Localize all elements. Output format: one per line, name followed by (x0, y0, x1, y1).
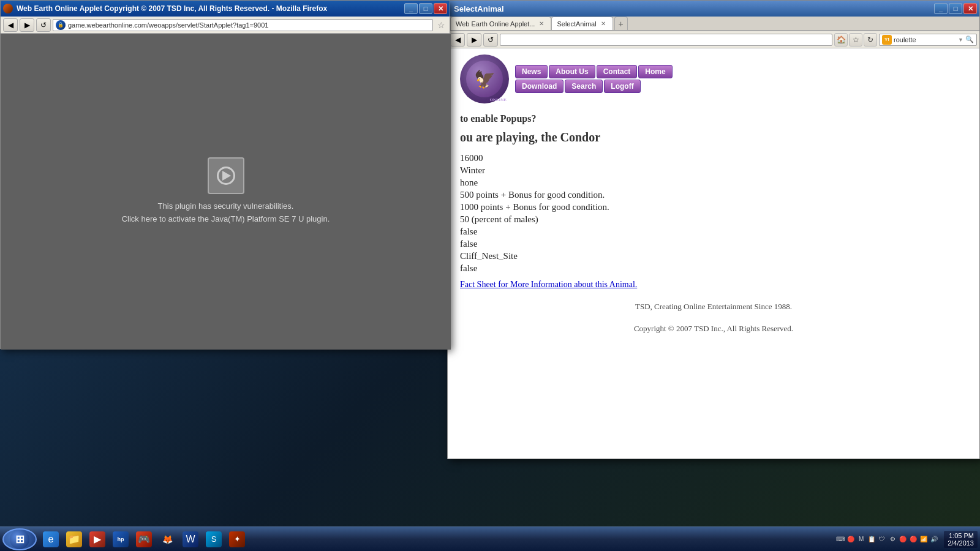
window2-title: SelectAnimal (454, 4, 934, 13)
tray-icon-4[interactable]: 📋 (867, 534, 876, 544)
search-submit-icon: 🔍 (965, 36, 974, 43)
tray-icon-10[interactable]: 🔊 (929, 534, 939, 544)
window1-titlebar: Web Earth Online Applet Copyright © 2007… (1, 1, 450, 17)
window2-maximize[interactable]: □ (949, 3, 962, 14)
footer-line1: TSD, Creating Online Entertainment Since… (460, 302, 967, 312)
back-button-2[interactable]: ◀ (450, 33, 465, 47)
refresh-button-2[interactable]: ↺ (483, 33, 498, 47)
firefox-window-select: SelectAnimal _ □ ✕ Web Earth Online Appl… (447, 0, 980, 459)
games-icon: 🎮 (136, 531, 152, 547)
taskbar-ie[interactable]: e (40, 529, 61, 550)
tray-icon-6[interactable]: ⚙ (888, 534, 897, 544)
play-circle-icon (217, 167, 235, 185)
nav-logoff[interactable]: Logoff (604, 80, 640, 93)
taskbar-flash[interactable]: ✦ (227, 529, 247, 550)
firefox-window-applet: Web Earth Online Applet Copyright © 2007… (0, 0, 450, 349)
tab-select-animal[interactable]: SelectAnimal ✕ (551, 17, 612, 30)
ie-icon: e (43, 531, 59, 547)
nav-about-us[interactable]: About Us (549, 65, 595, 78)
applet-area[interactable]: This plugin has security vulnerabilities… (1, 34, 451, 350)
url-bar-2[interactable] (500, 34, 832, 46)
search-bar[interactable]: Y! roulette ▼ 🔍 (879, 34, 977, 46)
data-row-0: 16000 (460, 153, 967, 163)
taskbar-media[interactable]: ▶ (87, 529, 108, 550)
window2-titlebar: SelectAnimal _ □ ✕ (448, 1, 979, 17)
tray-icon-7[interactable]: 🔴 (898, 534, 908, 544)
tab2-label: SelectAnimal (557, 20, 596, 28)
nav-home[interactable]: Home (638, 65, 672, 78)
tab-applet[interactable]: Web Earth Online Applet... ✕ (450, 17, 551, 30)
tray-icons: ⌨ 🔴 M 📋 🛡 ⚙ 🔴 🔴 📶 🔊 (835, 534, 939, 544)
taskbar-word[interactable]: W (180, 529, 201, 550)
search-engine-icon: Y! (882, 35, 892, 45)
clock-time: 1:05 PM (948, 532, 974, 539)
url-bar-1[interactable]: 🔒 game.webearthonline.com/weoapps/servle… (53, 19, 433, 31)
taskbar: ⊞ e 📁 ▶ hp 🎮 🦊 W (0, 527, 980, 551)
tray-icon-2[interactable]: 🔴 (846, 534, 856, 544)
window1-title: Web Earth Online Applet Copyright © 2007… (17, 4, 404, 13)
firefox-icon-1 (3, 4, 13, 13)
data-row-6: false (460, 227, 967, 237)
media-icon: ▶ (89, 531, 105, 547)
data-row-8: Cliff_Nest_Site (460, 251, 967, 261)
plugin-line1: This plugin has security vulnerabilities… (122, 200, 330, 213)
window1-minimize[interactable]: _ (404, 3, 418, 14)
fact-sheet-link[interactable]: Fact Sheet for More Information about th… (460, 280, 967, 290)
plugin-message[interactable]: This plugin has security vulnerabilities… (122, 200, 330, 226)
url-text-1: game.webearthonline.com/weoapps/servlet/… (68, 21, 268, 29)
tray-icon-1[interactable]: ⌨ (835, 534, 845, 544)
home-button[interactable]: 🏠 (834, 33, 848, 47)
nav-right-icons: 🏠 ☆ ↻ (834, 33, 877, 47)
back-button-1[interactable]: ◀ (3, 18, 18, 32)
system-clock[interactable]: 1:05 PM 2/4/2013 (944, 531, 978, 548)
nav-download[interactable]: Download (515, 80, 564, 93)
window2-close[interactable]: ✕ (963, 3, 977, 14)
tray-icon-9[interactable]: 📶 (919, 534, 929, 544)
clock-date: 2/4/2013 (948, 539, 974, 547)
taskbar-hp[interactable]: hp (110, 529, 131, 550)
tab-bar: Web Earth Online Applet... ✕ SelectAnima… (448, 17, 979, 31)
nav-row1: News About Us Contact Home (515, 65, 673, 78)
window2-minimize[interactable]: _ (934, 3, 948, 14)
taskbar-skype[interactable]: S (203, 529, 224, 550)
bookmark-btn-2[interactable]: ☆ (849, 33, 862, 47)
taskbar-folder[interactable]: 📁 (64, 529, 85, 550)
forward-button-1[interactable]: ▶ (20, 18, 34, 32)
footer-line2: Copyright © 2007 TSD Inc., All Rights Re… (460, 324, 967, 334)
plugin-line2: Click here to activate the Java(TM) Plat… (122, 213, 330, 226)
firefox-icon: 🦊 (159, 531, 175, 547)
data-row-3: 500 points + Bonus for good condition. (460, 190, 967, 200)
flash-icon: ✦ (229, 531, 245, 547)
tab1-close[interactable]: ✕ (537, 20, 546, 28)
tray-icon-3[interactable]: M (856, 534, 866, 544)
site-header: 🦅 ONLINE News About Us Contact Home Down… (460, 54, 967, 103)
data-row-7: false (460, 239, 967, 249)
site-logo-inner: 🦅 (466, 61, 503, 97)
taskbar-right: ⌨ 🔴 M 📋 🛡 ⚙ 🔴 🔴 📶 🔊 1:05 PM 2/4/2013 (835, 531, 980, 548)
animal-playing: ou are playing, the Condor (460, 130, 967, 144)
window1-maximize[interactable]: □ (419, 3, 432, 14)
nav-news[interactable]: News (515, 65, 548, 78)
new-tab-button[interactable]: + (614, 17, 628, 30)
start-button[interactable]: ⊞ (2, 528, 37, 550)
refresh-button-1[interactable]: ↺ (36, 18, 51, 32)
browser-content-area: 🦅 ONLINE News About Us Contact Home Down… (448, 48, 979, 443)
taskbar-firefox[interactable]: 🦊 (157, 529, 178, 550)
bookmark-star-1[interactable]: ☆ (435, 19, 447, 31)
data-row-5: 50 (percent of males) (460, 214, 967, 225)
window1-close[interactable]: ✕ (434, 3, 447, 14)
tab1-label: Web Earth Online Applet... (456, 20, 535, 28)
window2-controls: _ □ ✕ (934, 3, 977, 14)
nav-search[interactable]: Search (565, 80, 603, 93)
refresh-circle[interactable]: ↻ (864, 33, 877, 47)
tray-icon-8[interactable]: 🔴 (908, 534, 918, 544)
search-dropdown-icon: ▼ (958, 37, 963, 43)
site-logo: 🦅 ONLINE (460, 54, 509, 103)
tab2-close[interactable]: ✕ (599, 20, 608, 28)
tray-icon-5[interactable]: 🛡 (877, 534, 887, 544)
window1-toolbar: ◀ ▶ ↺ 🔒 game.webearthonline.com/weoapps/… (1, 17, 450, 34)
nav-contact[interactable]: Contact (597, 65, 638, 78)
taskbar-games[interactable]: 🎮 (134, 529, 154, 550)
play-triangle-icon (222, 171, 231, 181)
forward-button-2[interactable]: ▶ (467, 33, 481, 47)
